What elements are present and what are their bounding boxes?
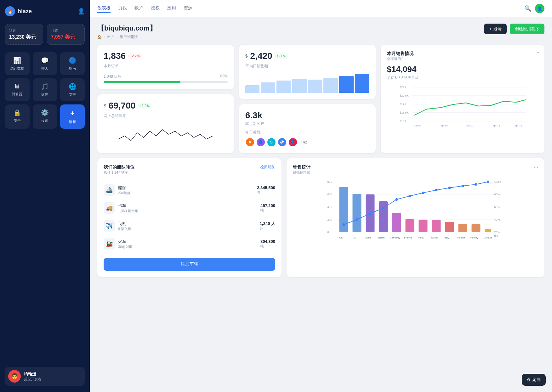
calculator-icon: 🖩 [14,83,20,90]
media-icon: 🎵 [41,83,49,90]
orders-value: 1,836 [104,51,126,61]
orders-header: 1,836 ↓2.2% [104,51,228,61]
total-sales-card: $ 69,700 ↑2.2% 网上总销售额 [97,94,234,153]
search-icon[interactable]: 🔍 [524,5,531,12]
breadcrumb-account[interactable]: 帐户 [107,34,115,40]
user-settings-icon[interactable]: 👤 [78,8,85,15]
truck-name: 卡车 [118,203,257,209]
orders-card: 1,836 ↓2.2% 本月订单 1,048 目标 62% [97,45,234,89]
today-hero: 今日英雄 A 👤 S 碑 👤 +42 [245,130,369,147]
bottom-grid: 我们的船队吨位 总计 1,247 辆车 检阅船队 🚢 船舶 234艘舰 2,34… [97,158,544,277]
svg-rect-42 [485,229,491,232]
total-sales-header: $ 69,700 ↑2.2% [104,101,228,111]
fleet-item-train: 🚂 火车 36趟列车 804,300 吨 [104,235,275,253]
user-info: 约翰逊 反应开发者 [24,371,73,382]
tab-apps[interactable]: 应用 [167,4,176,13]
budget-card: 预算 13,230 美元 [5,24,43,45]
budget-cards: 预算 13,230 美元 花费 7,057 美元 [5,24,85,45]
sidebar-item-settings[interactable]: ⚙️ 设置 [33,104,57,129]
tab-pages[interactable]: 页数 [118,4,127,13]
sidebar-item-chat[interactable]: 💬 聊天 [33,52,57,75]
svg-text:$10K: $10K [400,120,406,123]
profile-icon[interactable]: 👤 [535,4,544,13]
currency-symbol: $ [104,103,106,108]
svg-point-47 [396,198,398,201]
sidebar-item-statistics[interactable]: 📊 统计数据 [5,52,30,75]
top-nav-actions: 🔍 👤 [524,4,544,13]
svg-rect-37 [419,220,428,232]
more-button[interactable]: ··· [535,50,539,55]
support-icon: 🌐 [69,83,77,90]
sidebar-item-media[interactable]: 🎵 媒体 [33,78,57,101]
svg-rect-40 [458,224,467,232]
create-app-button[interactable]: 创建应用程序 [510,24,544,34]
add-vehicle-button[interactable]: 添加车辆 [104,258,275,271]
monthly-sales-target: 另有 $48,346 至目标 [387,76,538,80]
stats-row: 1,836 ↓2.2% 本月订单 1,048 目标 62% [97,45,544,153]
tab-resources[interactable]: 资源 [184,4,192,13]
fleet-item-truck: 🚚 卡车 1,460 辆卡车 457,200 吨 [104,199,275,217]
sidebar-item-add[interactable]: + 添新 [60,104,85,129]
monthly-sales-amount: $14,094 [387,64,538,74]
line-chart: $24K $20.5K $17K $13.5K $10K Apr 04 Apr … [387,84,538,128]
customize-button[interactable]: ⚙ 定制 [522,374,546,386]
total-sales-value: 69,700 [109,101,136,111]
nav-tabs: 仪表板 页数 帐户 授权 应用 资源 [97,4,192,13]
svg-text:Canada: Canada [484,236,493,239]
sales-more-button[interactable]: ··· [534,165,538,170]
tab-account[interactable]: 帐户 [134,4,143,13]
left-stats: 1,836 ↓2.2% 本月订单 1,048 目标 62% [97,45,234,153]
settings-icon: ⚙️ [41,109,49,116]
svg-point-46 [382,207,385,209]
plane-icon: ✈️ [104,220,115,232]
security-label: 安全 [14,118,21,123]
fleet-item-plane: ✈️ 飞机 8 架飞机 1,240 人 吨 [104,217,275,235]
avg-sales-value: 2,420 [250,51,272,61]
bar-7 [339,76,354,93]
breadcrumb: 🏠 › 帐户 › 奥弗维耶夫 [97,34,156,40]
invite-button[interactable]: + 邀请 [484,24,507,34]
avg-sales-badge: ↑2.6% [275,53,288,59]
avg-sales-label: 平均日销售额 [245,64,369,69]
monthly-sales-card: 本月销售情况 全渠道用户 ··· $14,094 另有 $48,346 至目标 [381,45,545,153]
hero-avatar-2: 👤 [256,137,265,147]
bar-3 [276,81,291,93]
guide-icon: 🔵 [69,57,77,64]
tab-auth[interactable]: 授权 [151,4,160,13]
main-content: 仪表板 页数 帐户 授权 应用 资源 🔍 👤 【biqubiqu.com】 🏠 … [90,0,552,392]
fleet-view-link[interactable]: 检阅船队 [260,165,275,170]
ship-info: 船舶 234艘舰 [118,185,254,195]
header-actions: + 邀请 创建应用程序 [484,24,544,34]
sidebar-item-guide[interactable]: 🔵 指南 [60,52,85,75]
breadcrumb-home[interactable]: 🏠 [97,35,102,39]
line-chart-svg: $24K $20.5K $17K $13.5K $10K Apr 04 Apr … [387,84,538,128]
svg-text:Apr 07: Apr 07 [441,124,448,127]
svg-text:Italy: Italy [445,236,449,239]
svg-text:Apr 13: Apr 13 [492,124,500,127]
fleet-sub: 总计 1,247 辆车 [104,170,134,175]
sidebar-item-calculator[interactable]: 🖩 计算器 [5,78,30,101]
page-title: 【biqubiqu.com】 [97,24,156,33]
truck-icon: 🚚 [104,202,115,214]
truck-count: 1,460 辆卡车 [118,209,257,213]
top-nav: 仪表板 页数 帐户 授权 应用 资源 🔍 👤 [90,0,552,17]
train-unit: 吨 [260,244,275,249]
sales-stats-card: 销售统计 最畅销国家 ··· 800 600 400 [287,158,544,277]
user-menu-icon[interactable]: ⋮ [77,373,82,379]
sidebar-item-security[interactable]: 🔒 安全 [5,104,30,129]
ship-unit: 吨 [257,190,275,195]
fleet-title: 我们的船队吨位 [104,165,134,170]
svg-text:800: 800 [327,180,332,183]
svg-point-44 [356,218,358,221]
svg-text:$20.5K: $20.5K [400,94,409,97]
train-info: 火车 36趟列车 [118,239,257,249]
train-icon: 🚂 [104,238,115,249]
chat-icon: 💬 [41,57,49,64]
sidebar-item-support[interactable]: 🌐 支持 [60,78,85,101]
total-sales-label: 网上总销售额 [104,113,228,119]
bar-1 [245,85,260,93]
svg-rect-36 [406,219,414,232]
hero-avatar-5: 👤 [288,137,298,147]
today-label: 今日英雄 [245,130,369,135]
tab-dashboard[interactable]: 仪表板 [97,4,111,13]
